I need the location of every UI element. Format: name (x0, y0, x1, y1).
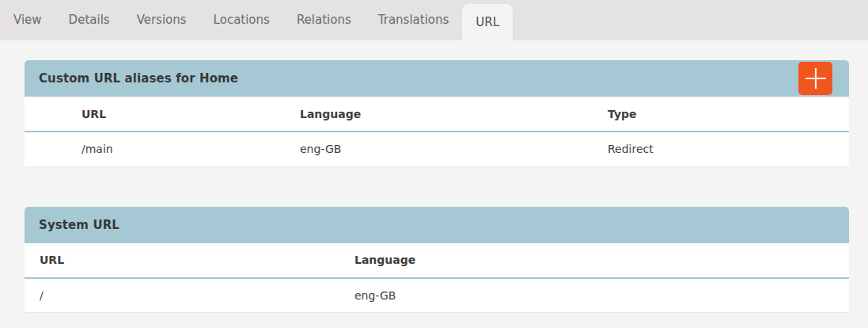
custom-url-aliases-panel: Custom URL aliases for Home URL (25, 60, 849, 167)
tab-versions[interactable]: Versions (123, 0, 200, 40)
tab-view[interactable]: View (0, 0, 55, 40)
add-url-alias-button[interactable] (798, 62, 832, 95)
language-cell: eng-GB (339, 278, 849, 313)
language-column-header: Language (300, 97, 608, 132)
type-cell: Redirect (608, 132, 849, 166)
row-checkbox-cell (25, 132, 81, 166)
tab-url[interactable]: URL (462, 4, 513, 40)
panel-title: System URL (39, 218, 832, 232)
tab-details[interactable]: Details (55, 0, 123, 40)
url-cell: /main (81, 132, 300, 166)
url-column-header: URL (81, 97, 300, 132)
type-column-header: Type (608, 97, 849, 132)
tab-translations[interactable]: Translations (365, 0, 463, 40)
table-row[interactable]: /main eng-GB Redirect (25, 132, 849, 166)
table-header-row: URL Language Type (25, 97, 849, 132)
table-row[interactable]: / eng-GB (25, 278, 849, 313)
tab-relations[interactable]: Relations (283, 0, 365, 40)
system-url-table: URL Language / eng-GB (25, 243, 849, 314)
url-column-header: URL (25, 243, 339, 278)
checkbox-column-header (25, 97, 81, 132)
plus-icon (804, 67, 828, 90)
system-url-panel: System URL URL Language / eng-GB (25, 207, 849, 314)
url-tab-content: Custom URL aliases for Home URL (0, 40, 868, 313)
custom-url-aliases-table: URL Language Type /main eng-GB Redirect (25, 97, 849, 167)
table-header-row: URL Language (25, 243, 849, 278)
tab-locations[interactable]: Locations (200, 0, 283, 40)
language-cell: eng-GB (300, 132, 608, 166)
custom-url-aliases-header: Custom URL aliases for Home (25, 60, 849, 97)
panel-title: Custom URL aliases for Home (39, 71, 798, 86)
system-url-header: System URL (25, 207, 849, 243)
content-tab-bar: View Details Versions Locations Relation… (0, 0, 868, 40)
language-column-header: Language (339, 243, 849, 278)
url-cell: / (25, 278, 339, 313)
